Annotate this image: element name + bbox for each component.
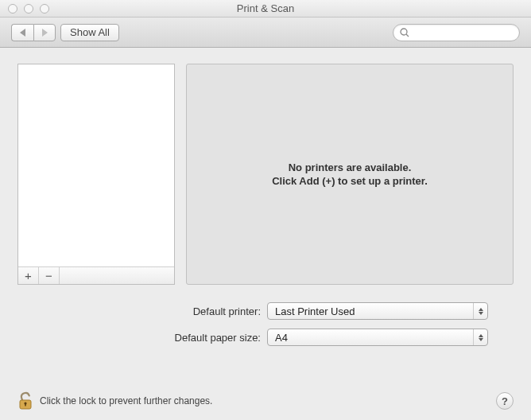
nav-group [11,24,56,41]
add-printer-button[interactable]: + [18,267,39,284]
triangle-right-icon [41,29,48,37]
minimize-window-icon[interactable] [24,4,33,14]
footer-spacer [60,267,174,284]
default-printer-value: Last Printer Used [275,305,355,317]
printer-list: + − [17,64,175,285]
svg-point-0 [401,29,407,35]
unlocked-lock-icon [17,391,33,410]
dropdown-arrows-icon [473,303,487,319]
printer-list-body[interactable] [18,64,174,266]
toolbar: Show All [0,18,531,48]
search-field[interactable] [393,24,520,41]
default-printer-dropdown[interactable]: Last Printer Used [267,302,488,320]
svg-line-1 [406,34,409,37]
forward-button[interactable] [33,24,56,41]
dropdown-arrows-icon [473,329,487,345]
content-area: + − No printers are available. Click Add… [0,48,531,346]
default-paper-size-dropdown[interactable]: A4 [267,329,488,346]
window-controls [0,4,49,14]
lock-text: Click the lock to prevent further change… [40,395,212,406]
info-line-1: No printers are available. [289,161,412,173]
triangle-left-icon [20,29,26,37]
printer-list-footer: + − [18,266,174,284]
lock-control[interactable]: Click the lock to prevent further change… [17,391,212,410]
default-paper-size-label: Default paper size: [17,332,267,344]
remove-printer-button[interactable]: − [39,267,60,284]
info-line-2: Click Add (+) to set up a printer. [272,175,428,187]
titlebar: Print & Scan [0,0,531,18]
back-button[interactable] [11,24,33,41]
zoom-window-icon[interactable] [40,4,49,14]
help-button[interactable]: ? [496,392,514,410]
show-all-button[interactable]: Show All [60,24,119,41]
search-icon [400,28,409,37]
bottom-bar: Click the lock to prevent further change… [0,382,531,420]
default-paper-size-value: A4 [275,332,288,344]
window-title: Print & Scan [0,2,531,14]
search-input[interactable] [413,26,513,39]
info-panel: No printers are available. Click Add (+)… [186,64,514,285]
default-printer-label: Default printer: [17,305,267,317]
svg-rect-4 [25,403,26,406]
settings-area: Default printer: Last Printer Used Defau… [17,302,514,346]
close-window-icon[interactable] [8,4,17,14]
